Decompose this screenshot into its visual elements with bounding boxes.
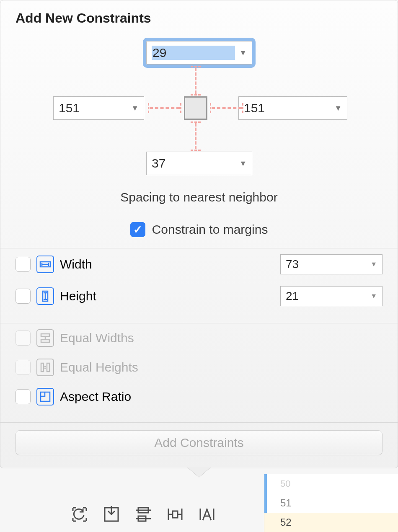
equal-heights-icon (36, 359, 54, 376)
svg-rect-6 (41, 334, 49, 336)
right-spacing-combo[interactable]: 151 (238, 96, 347, 120)
width-combo[interactable]: 73 (280, 254, 382, 274)
center-view-icon (184, 96, 207, 120)
spacing-subtitle: Spacing to nearest neighbor (0, 190, 398, 204)
equal-widths-icon (36, 329, 54, 347)
height-icon (36, 287, 54, 305)
height-checkbox[interactable] (16, 289, 31, 304)
chevron-down-icon (239, 159, 247, 168)
width-icon (36, 256, 54, 273)
right-strut[interactable] (210, 106, 243, 111)
left-strut[interactable] (148, 106, 181, 111)
constrain-margins-checkbox[interactable] (130, 222, 145, 237)
svg-rect-3 (173, 511, 178, 518)
line-number: 50 (264, 474, 398, 493)
add-constraints-popover: Add New Constraints 29 151 151 37 (0, 0, 398, 468)
equal-heights-label: Equal Heights (60, 360, 382, 374)
chevron-down-icon (239, 49, 247, 57)
aspect-ratio-checkbox[interactable] (16, 389, 31, 404)
equal-heights-checkbox (16, 360, 31, 375)
pin-constraints-icon[interactable] (165, 504, 185, 524)
chevron-down-icon (334, 104, 342, 113)
chevron-down-icon (370, 261, 377, 268)
aspect-ratio-icon (36, 388, 54, 405)
constrain-margins-label: Constrain to margins (152, 222, 268, 237)
aspect-ratio-label: Aspect Ratio (60, 390, 382, 404)
popover-title: Add New Constraints (0, 0, 398, 33)
resolve-issues-icon[interactable] (197, 504, 217, 524)
left-spacing-combo[interactable]: 151 (53, 96, 144, 120)
height-label: Height (60, 289, 274, 303)
equal-widths-checkbox (16, 331, 31, 346)
bottom-strut[interactable] (193, 121, 198, 151)
embed-in-icon[interactable] (101, 504, 121, 524)
equal-widths-label: Equal Widths (60, 331, 382, 345)
top-strut[interactable] (193, 66, 198, 96)
top-spacing-combo[interactable]: 29 (146, 41, 252, 65)
divider (0, 422, 398, 423)
width-checkbox[interactable] (16, 257, 31, 272)
bottom-spacing-combo[interactable]: 37 (146, 152, 252, 175)
add-constraints-button[interactable]: Add Constraints (16, 430, 382, 455)
height-combo[interactable]: 21 (280, 286, 382, 306)
svg-rect-9 (47, 363, 49, 372)
chevron-down-icon (370, 292, 377, 300)
update-frames-icon[interactable] (70, 504, 90, 524)
svg-rect-7 (41, 340, 49, 342)
width-label: Width (60, 257, 274, 271)
chevron-down-icon (131, 104, 139, 113)
canvas-toolbar (0, 504, 398, 524)
align-icon[interactable] (133, 504, 153, 524)
svg-rect-8 (41, 363, 44, 372)
